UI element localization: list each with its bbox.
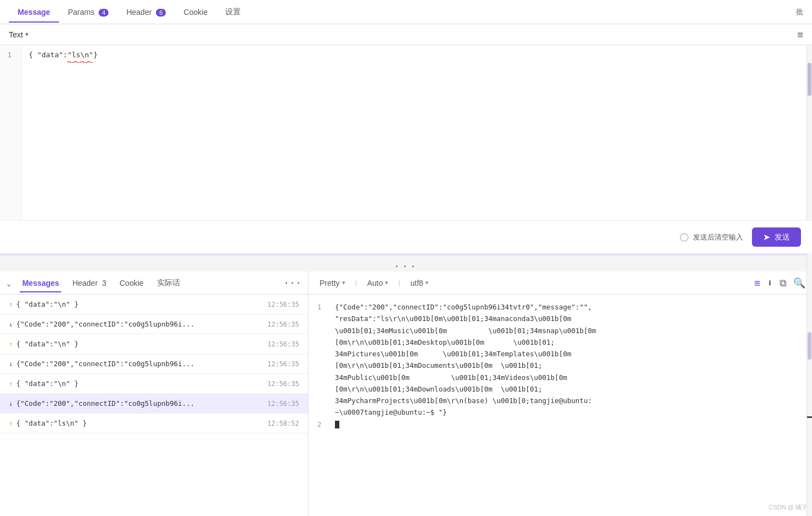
msg-tab-actual[interactable]: 实际话 xyxy=(155,274,182,292)
msg-tab-cookie[interactable]: Cookie xyxy=(117,274,146,292)
response-panel: Pretty ▾ | Auto ▾ | utf8 ▾ ≡ ⬇ ⧉ 🔍 1 xyxy=(308,271,812,516)
right-side-batch-label: 批 xyxy=(796,7,803,17)
msg-text: {"Code":"200","connectID":"co0g5lupnb96i… xyxy=(17,320,268,328)
more-options-button[interactable]: ··· xyxy=(283,277,301,289)
direction-down-icon: ↓ xyxy=(9,360,13,368)
clear-after-send[interactable]: 发送后清空输入 xyxy=(680,232,743,242)
watermark: CSDN @ 橘子 xyxy=(769,503,808,512)
table-row[interactable]: ↓ {"Code":"200","connectID":"co0g5lupnb9… xyxy=(0,394,308,414)
code-content-area[interactable]: { "data": "ls\n" } xyxy=(22,45,806,220)
tab-cookie[interactable]: Cookie xyxy=(175,2,216,22)
send-button[interactable]: ➤ 发送 xyxy=(752,227,801,247)
resp-line-content xyxy=(335,419,803,430)
msg-text: { "data":"\n" } xyxy=(17,379,268,388)
scrollbar-indicator xyxy=(807,416,812,418)
table-row[interactable]: ↓ {"Code":"200","connectID":"co0g5lupnb9… xyxy=(0,314,308,334)
tab-header[interactable]: Header 6 xyxy=(117,2,175,22)
dropdown-chevron-icon: ▾ xyxy=(25,31,29,38)
table-row[interactable]: ↓ {"Code":"200","connectID":"co0g5lupnb9… xyxy=(0,354,308,374)
msg-tab-header[interactable]: Header 3 xyxy=(70,274,109,292)
resp-tab-pretty[interactable]: Pretty ▾ xyxy=(315,274,350,292)
table-row[interactable]: ↑ { "data":"\n" } 12:56:35 xyxy=(0,374,308,394)
send-icon: ➤ xyxy=(763,232,770,242)
direction-down-icon: ↓ xyxy=(9,399,13,408)
table-row[interactable]: ↑ { "data":"ls\n" } 12:58:52 xyxy=(0,414,308,433)
response-line-2: 2 xyxy=(317,419,803,430)
msg-time: 12:56:35 xyxy=(267,301,299,308)
upper-panel: Text ▾ ≡ 1 { "data": "ls\n" } 发送后清空输入 ➤ xyxy=(0,24,812,256)
msg-time: 12:56:35 xyxy=(267,380,299,388)
msg-time: 12:56:35 xyxy=(267,360,299,368)
msg-time: 12:56:35 xyxy=(267,400,299,408)
messages-tabs-bar: ⌄ Messages Header 3 Cookie 实际话 ··· xyxy=(0,271,308,295)
text-area-header: Text ▾ ≡ xyxy=(0,24,812,45)
table-row[interactable]: ↑ { "data":"\n" } 12:56:35 xyxy=(0,295,308,314)
direction-down-icon: ↓ xyxy=(9,320,13,328)
tab-settings[interactable]: 设置 xyxy=(216,2,250,23)
download-icon[interactable]: ⬇ xyxy=(767,277,773,289)
clear-checkbox[interactable] xyxy=(680,233,689,242)
send-area: 发送后清空输入 ➤ 发送 xyxy=(0,220,812,253)
dots-separator: ... xyxy=(0,256,812,271)
response-tabs-bar: Pretty ▾ | Auto ▾ | utf8 ▾ ≡ ⬇ ⧉ 🔍 xyxy=(308,271,812,295)
resp-tab-auto[interactable]: Auto ▾ xyxy=(362,274,393,292)
tab-message[interactable]: Message xyxy=(9,2,59,22)
direction-up-icon: ↑ xyxy=(9,300,13,308)
tab-params[interactable]: Params 4 xyxy=(59,2,117,22)
search-icon[interactable]: 🔍 xyxy=(793,277,805,289)
table-row[interactable]: ↑ { "data":"\n" } 12:56:35 xyxy=(0,334,308,354)
msg-text: {"Code":"200","connectID":"co0g5lupnb96i… xyxy=(17,399,268,408)
utf8-chevron-icon: ▾ xyxy=(425,279,429,286)
msg-text: {"Code":"200","connectID":"co0g5lupnb96i… xyxy=(17,360,268,368)
response-line-1: 1 {"Code":"200","connectID":"co0g5lupnb9… xyxy=(317,301,803,419)
messages-list: ↑ { "data":"\n" } 12:56:35 ↓ {"Code":"20… xyxy=(0,295,308,516)
scrollbar-thumb xyxy=(808,63,811,96)
direction-up-icon: ↑ xyxy=(9,419,13,427)
resp-line-content: {"Code":"200","connectID":"co0g5lupnb96i… xyxy=(335,301,803,419)
msg-time: 12:56:35 xyxy=(267,340,299,348)
lower-panel: ⌄ Messages Header 3 Cookie 实际话 ··· ↑ { "… xyxy=(0,271,812,516)
text-format-dropdown[interactable]: Text ▾ xyxy=(9,30,29,39)
line-num: 1 xyxy=(317,301,328,419)
direction-up-icon: ↑ xyxy=(9,379,13,388)
editor-scrollbar[interactable] xyxy=(806,45,812,220)
format-lines-icon[interactable]: ≡ xyxy=(797,29,803,40)
copy-icon[interactable]: ⧉ xyxy=(779,277,787,289)
line-numbers: 1 xyxy=(0,45,22,220)
code-editor: 1 { "data": "ls\n" } xyxy=(0,45,812,220)
pretty-chevron-icon: ▾ xyxy=(342,279,345,286)
line-num: 2 xyxy=(317,419,328,430)
collapse-button[interactable]: ⌄ xyxy=(7,279,11,287)
response-actions: ≡ ⬇ ⧉ 🔍 xyxy=(754,277,805,289)
messages-panel: ⌄ Messages Header 3 Cookie 实际话 ··· ↑ { "… xyxy=(0,271,308,516)
msg-text: { "data":"\n" } xyxy=(17,340,268,348)
msg-time: 12:56:35 xyxy=(267,321,299,328)
code-value-with-underline: "ls\n" xyxy=(67,50,93,61)
line-number-1: 1 xyxy=(0,50,16,61)
top-tabs-bar: Message Params 4 Header 6 Cookie 设置 批 xyxy=(0,0,812,24)
code-line-1: { "data": "ls\n" } xyxy=(29,50,800,61)
direction-up-icon: ↑ xyxy=(9,340,13,348)
msg-tab-messages[interactable]: Messages xyxy=(20,274,61,292)
format-lines-icon[interactable]: ≡ xyxy=(754,277,760,289)
response-scrollbar[interactable] xyxy=(806,271,812,516)
msg-time: 12:58:52 xyxy=(267,420,299,427)
scrollbar-thumb xyxy=(808,332,811,360)
response-content-area: 1 {"Code":"200","connectID":"co0g5lupnb9… xyxy=(308,295,812,516)
resp-tab-utf8[interactable]: utf8 ▾ xyxy=(406,274,433,292)
msg-text: { "data":"\n" } xyxy=(17,300,268,308)
cursor-blink xyxy=(335,421,339,428)
auto-chevron-icon: ▾ xyxy=(385,279,388,286)
msg-text: { "data":"ls\n" } xyxy=(17,419,268,427)
